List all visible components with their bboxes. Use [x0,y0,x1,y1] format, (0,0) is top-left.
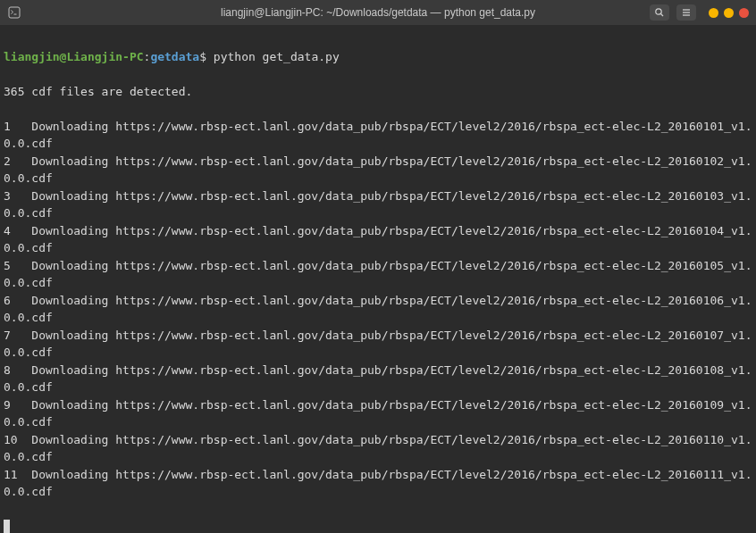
download-line: 8 Downloading https://www.rbsp-ect.lanl.… [4,362,752,396]
svg-point-2 [656,9,661,14]
download-line: 6 Downloading https://www.rbsp-ect.lanl.… [4,292,752,327]
download-line: 10 Downloading https://www.rbsp-ect.lanl… [4,431,752,466]
download-line: 3 Downloading https://www.rbsp-ect.lanl.… [4,187,752,222]
minimize-button[interactable] [709,8,718,18]
download-line: 2 Downloading https://www.rbsp-ect.lanl.… [4,153,752,187]
prompt-dollar: $ [199,50,206,63]
download-line: 7 Downloading https://www.rbsp-ect.lanl.… [4,327,752,362]
window-titlebar: liangjin@Liangjin-PC: ~/Downloads/getdat… [0,0,756,25]
menu-button[interactable] [676,4,696,21]
close-button[interactable] [739,8,749,18]
maximize-button[interactable] [724,8,734,18]
window-controls [709,8,749,18]
svg-rect-0 [9,7,20,18]
cursor [4,520,10,533]
command-text: python get_data.py [214,50,340,63]
terminal-output[interactable]: liangjin@Liangjin-PC:getdata$ python get… [0,25,756,533]
download-line: 5 Downloading https://www.rbsp-ect.lanl.… [4,257,752,292]
terminal-app-icon [7,5,21,20]
search-button[interactable] [650,4,669,21]
download-line: 11 Downloading https://www.rbsp-ect.lanl… [4,466,752,501]
titlebar-controls [650,4,749,21]
window-title: liangjin@Liangjin-PC: ~/Downloads/getdat… [221,6,535,19]
download-line: 4 Downloading https://www.rbsp-ect.lanl.… [4,222,752,257]
prompt-dir: getdata [150,50,199,63]
download-line: 9 Downloading https://www.rbsp-ect.lanl.… [4,396,752,431]
output-detected: 365 cdf files are detected. [4,83,752,101]
prompt-line: liangjin@Liangjin-PC:getdata$ python get… [4,48,752,66]
download-line: 1 Downloading https://www.rbsp-ect.lanl.… [4,118,752,153]
prompt-userhost: liangjin@Liangjin-PC [4,50,144,63]
svg-line-3 [661,14,664,17]
